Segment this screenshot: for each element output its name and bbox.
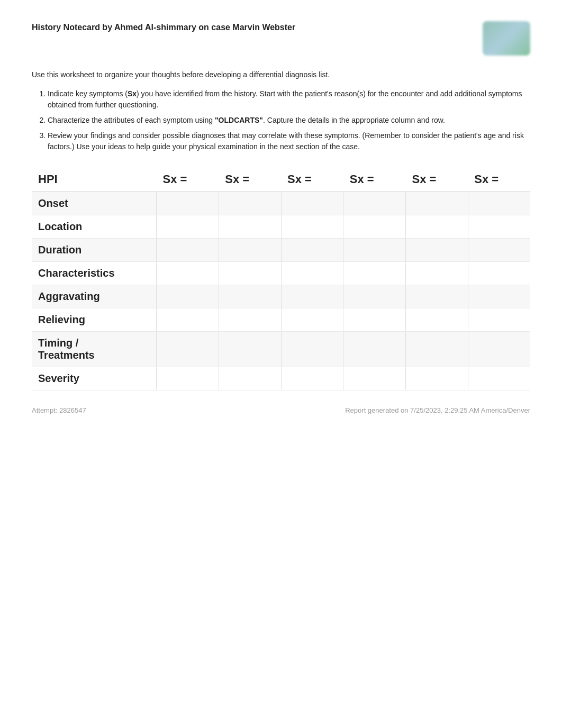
sx-col-1: Sx = [157, 167, 219, 192]
cell-7-2[interactable] [281, 367, 343, 390]
cell-4-5[interactable] [468, 285, 530, 308]
cell-6-1[interactable] [219, 332, 281, 367]
row-label-1: Location [32, 215, 157, 239]
cell-3-2[interactable] [281, 262, 343, 285]
sx-col-6: Sx = [468, 167, 530, 192]
cell-1-2[interactable] [281, 215, 343, 239]
header-section: History Notecard by Ahmed Al-shimmary on… [32, 21, 530, 56]
table-row: Relieving [32, 308, 530, 332]
cell-0-0[interactable] [157, 192, 219, 215]
cell-5-5[interactable] [468, 308, 530, 332]
cell-2-2[interactable] [281, 239, 343, 262]
cell-2-0[interactable] [157, 239, 219, 262]
cell-3-5[interactable] [468, 262, 530, 285]
cell-4-1[interactable] [219, 285, 281, 308]
sx-col-2: Sx = [219, 167, 281, 192]
footer-section: Attempt: 2826547 Report generated on 7/2… [32, 406, 530, 414]
instruction-item-1: Indicate key symptoms (Sx) you have iden… [48, 88, 530, 111]
cell-3-0[interactable] [157, 262, 219, 285]
table-row: Onset [32, 192, 530, 215]
cell-3-1[interactable] [219, 262, 281, 285]
sx-col-5: Sx = [406, 167, 468, 192]
row-label-3: Characteristics [32, 262, 157, 285]
cell-7-0[interactable] [157, 367, 219, 390]
cell-7-4[interactable] [406, 367, 468, 390]
cell-0-4[interactable] [406, 192, 468, 215]
row-label-5: Relieving [32, 308, 157, 332]
cell-7-1[interactable] [219, 367, 281, 390]
sx-col-4: Sx = [343, 167, 406, 192]
cell-2-1[interactable] [219, 239, 281, 262]
cell-6-2[interactable] [281, 332, 343, 367]
cell-6-4[interactable] [406, 332, 468, 367]
cell-5-4[interactable] [406, 308, 468, 332]
table-row: Duration [32, 239, 530, 262]
cell-4-0[interactable] [157, 285, 219, 308]
cell-0-5[interactable] [468, 192, 530, 215]
cell-3-3[interactable] [343, 262, 406, 285]
cell-4-3[interactable] [343, 285, 406, 308]
cell-3-4[interactable] [406, 262, 468, 285]
header-title: History Notecard by Ahmed Al-shimmary on… [32, 21, 295, 34]
instruction-item-3: Review your findings and consider possib… [48, 130, 530, 152]
table-row: Severity [32, 367, 530, 390]
table-header-row: HPI Sx = Sx = Sx = Sx = Sx = Sx = [32, 167, 530, 192]
attempt-text: Attempt: 2826547 [32, 406, 86, 414]
cell-1-4[interactable] [406, 215, 468, 239]
table-row: Timing / Treatments [32, 332, 530, 367]
intro-text: Use this worksheet to organize your thou… [32, 70, 530, 79]
cell-1-3[interactable] [343, 215, 406, 239]
row-label-2: Duration [32, 239, 157, 262]
cell-7-5[interactable] [468, 367, 530, 390]
report-text: Report generated on 7/25/2023, 2:29:25 A… [345, 406, 530, 414]
avatar [483, 21, 530, 56]
hpi-table: HPI Sx = Sx = Sx = Sx = Sx = Sx = OnsetL… [32, 167, 530, 390]
cell-5-2[interactable] [281, 308, 343, 332]
row-label-7: Severity [32, 367, 157, 390]
cell-2-4[interactable] [406, 239, 468, 262]
cell-6-3[interactable] [343, 332, 406, 367]
cell-1-5[interactable] [468, 215, 530, 239]
cell-6-5[interactable] [468, 332, 530, 367]
cell-0-3[interactable] [343, 192, 406, 215]
cell-4-4[interactable] [406, 285, 468, 308]
row-label-4: Aggravating [32, 285, 157, 308]
cell-1-0[interactable] [157, 215, 219, 239]
cell-5-1[interactable] [219, 308, 281, 332]
cell-5-3[interactable] [343, 308, 406, 332]
cell-0-1[interactable] [219, 192, 281, 215]
table-row: Location [32, 215, 530, 239]
cell-7-3[interactable] [343, 367, 406, 390]
cell-2-3[interactable] [343, 239, 406, 262]
sx-bold: Sx [128, 89, 137, 98]
cell-1-1[interactable] [219, 215, 281, 239]
cell-2-5[interactable] [468, 239, 530, 262]
table-row: Characteristics [32, 262, 530, 285]
sx-col-3: Sx = [281, 167, 343, 192]
cell-6-0[interactable] [157, 332, 219, 367]
instruction-item-2: Characterize the attributes of each symp… [48, 115, 530, 126]
oldcarts-bold: "OLDCARTS" [215, 116, 263, 124]
cell-0-2[interactable] [281, 192, 343, 215]
instructions-list: Indicate key symptoms (Sx) you have iden… [48, 88, 530, 152]
cell-5-0[interactable] [157, 308, 219, 332]
cell-4-2[interactable] [281, 285, 343, 308]
row-label-0: Onset [32, 192, 157, 215]
hpi-header-label: HPI [32, 167, 157, 192]
row-label-6: Timing / Treatments [32, 332, 157, 367]
table-row: Aggravating [32, 285, 530, 308]
